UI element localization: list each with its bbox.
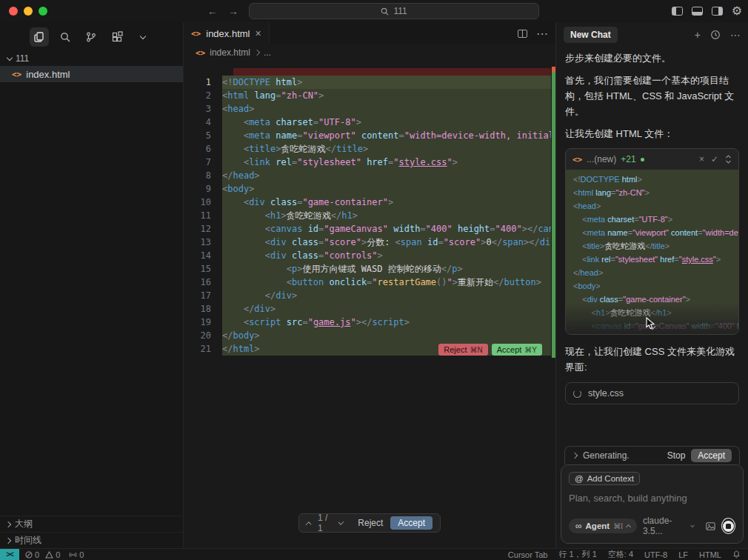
code-line: 5 <meta name="viewport" content="width=d… [184,129,555,142]
code-line: 11 <h1>贪吃蛇游戏</h1> [184,209,555,222]
added-lines-count: +21 [621,154,635,164]
code-line: 8</head> [184,169,555,182]
ports-status[interactable]: 0 [69,550,84,559]
remote-indicator[interactable]: >< [0,549,19,560]
timeline-section[interactable]: 时间线 [0,532,183,548]
accept-file-icon[interactable]: ✓ [711,154,718,164]
chevron-right-icon[interactable] [572,453,578,459]
chat-input-box[interactable]: @ Add Context Plan, search, build anythi… [561,464,744,544]
minimize-window-button[interactable] [24,7,33,16]
language-status[interactable]: HTML [699,550,721,559]
chevron-up-icon [626,524,631,530]
ai-chat-panel: New Chat + ⋯ 步步来创建必要的文件。 首先，我们需要创建一个基本的项… [555,22,748,548]
agent-mode-shortcut: ⌘I [613,522,623,530]
chat-more-icon[interactable]: ⋯ [730,29,741,41]
code-line: 3<head> [184,102,555,116]
stop-generating-button[interactable]: Stop [667,450,686,461]
agent-mode-label: Agent [586,521,610,530]
expand-collapse-icon[interactable] [725,155,732,164]
source-control-icon[interactable] [81,27,101,47]
breadcrumb-symbol[interactable]: ... [264,47,271,58]
window-controls [0,7,47,16]
maximize-window-button[interactable] [39,7,47,16]
forward-arrow-icon[interactable]: → [228,5,238,17]
chevron-right-icon [5,521,11,527]
sidebar: 111 <> index.html 大纲 时间线 [0,22,184,548]
reject-diff-button[interactable]: Reject⌘N [438,344,487,356]
code-line: 13 <div class="score">分数: <span id="scor… [184,236,555,249]
search-view-icon[interactable] [56,27,75,47]
stop-button[interactable] [721,518,735,534]
creating-file-name: style.css [588,388,624,399]
code-line: <title>贪吃蛇游戏</title> [573,239,738,253]
new-chat-icon[interactable]: + [695,29,701,41]
breadcrumb[interactable]: <> index.html ... [184,44,555,61]
back-arrow-icon[interactable]: ← [207,5,218,17]
code-lines: 1<!DOCTYPE html>2<html lang="zh-CN">3<he… [184,76,555,356]
attach-image-icon[interactable] [706,521,715,531]
outline-section[interactable]: 大纲 [0,516,183,532]
model-selector[interactable]: claude-3.5... [643,516,685,536]
code-line: <html lang="zh-CN"> [573,186,738,199]
command-center-search[interactable]: 111 [249,3,539,19]
chat-header: New Chat + ⋯ [556,22,748,47]
indentation-status[interactable]: 空格: 4 [608,549,633,560]
breadcrumb-file[interactable]: index.html [210,47,250,58]
assistant-message: 现在，让我们创建 CSS 文件来美化游戏界面: [565,344,739,375]
accept-all-button[interactable]: Accept [390,516,433,530]
mouse-cursor [646,317,655,330]
assistant-message: 让我先创建 HTML 文件： [565,126,739,141]
assistant-message: 步步来创建必要的文件。 [565,50,739,66]
infinity-icon: ∞ [575,521,582,531]
add-context-chip[interactable]: @ Add Context [569,472,640,485]
tab-index-html[interactable]: <> index.html × [184,22,270,44]
reject-file-icon[interactable]: × [699,154,704,164]
explorer-folder-header[interactable]: 111 [0,51,183,66]
explorer-icon[interactable] [30,27,49,47]
code-line: <!DOCTYPE html> [573,173,738,186]
code-block-body[interactable]: <!DOCTYPE html><html lang="zh-CN"><head>… [566,170,738,334]
toggle-right-panel-icon[interactable] [712,7,723,16]
history-icon[interactable] [710,30,721,40]
eol-status[interactable]: LF [678,550,688,559]
extensions-icon[interactable] [107,27,127,47]
generating-label: Generating. [583,450,630,461]
code-block-header[interactable]: <> ...(new) +21 × ✓ [566,149,738,170]
chat-input-controls: ∞ Agent ⌘I claude-3.5... [569,516,735,536]
close-tab-icon[interactable]: × [256,27,261,39]
code-line: <link rel="stylesheet" href="style.css"> [573,253,738,266]
reject-all-button[interactable]: Reject [358,518,383,528]
code-line: <body> [573,279,738,293]
split-editor-icon[interactable] [518,30,527,38]
chat-input-placeholder[interactable]: Plan, search, build anything [569,493,735,504]
agent-mode-selector[interactable]: ∞ Agent ⌘I [569,519,637,533]
activity-bar [0,22,183,51]
cursor-position-status[interactable]: 行 1，列 1 [558,549,596,560]
cursor-tab-status[interactable]: Cursor Tab [508,550,548,559]
toggle-left-panel-icon[interactable] [672,7,683,16]
timeline-label: 时间线 [15,534,41,547]
next-diff-icon[interactable] [338,519,344,525]
code-line: 12 <canvas id="gameCanvas" width="400" h… [184,222,555,236]
problems-status[interactable]: 0 0 [25,550,60,559]
accept-diff-button[interactable]: Accept⌘Y [492,344,542,356]
chevron-down-icon[interactable] [133,27,153,47]
close-window-button[interactable] [9,7,18,16]
code-line: 17 </div> [184,289,555,302]
code-line: 18 </div> [184,302,555,316]
file-name: index.html [26,69,70,80]
file-item-index-html[interactable]: <> index.html [0,66,183,82]
chevron-right-icon [254,50,260,56]
accept-generating-button[interactable]: Accept [691,449,732,462]
creating-file-card[interactable]: style.css [565,382,739,404]
code-editor[interactable]: 1<!DOCTYPE html>2<html lang="zh-CN">3<he… [184,61,555,548]
prev-diff-icon[interactable] [306,521,312,527]
encoding-status[interactable]: UTF-8 [644,550,667,559]
toggle-bottom-panel-icon[interactable] [692,7,703,16]
chat-title[interactable]: New Chat [564,27,618,43]
editor-more-actions-icon[interactable]: ⋯ [536,27,548,41]
diff-counter: 1 / 1 [318,513,332,533]
deleted-lines-strip[interactable] [233,68,551,76]
notifications-bell-icon[interactable] [732,550,741,559]
gear-icon[interactable]: ⚙ [732,5,742,17]
